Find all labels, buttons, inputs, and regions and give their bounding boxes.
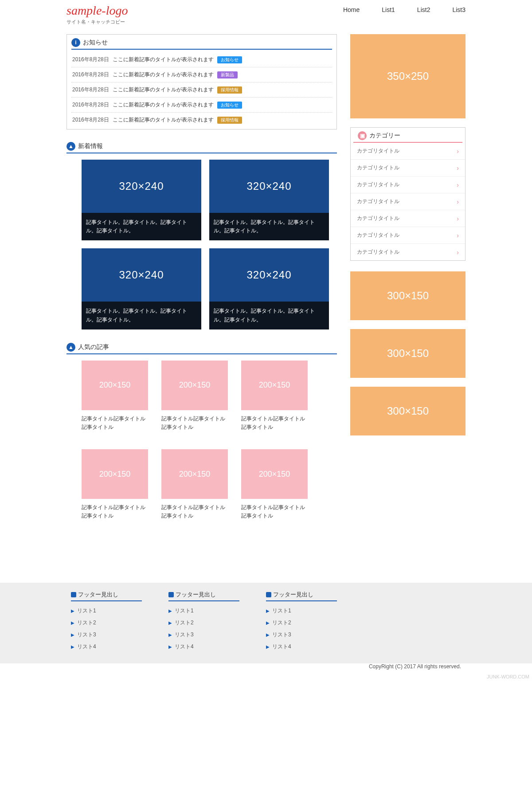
chevron-right-icon: ›: [457, 165, 459, 172]
bell-icon: ▲: [66, 142, 75, 151]
bullet-icon: ▶: [266, 644, 270, 649]
popular-card[interactable]: 200×150記事タイトル記事タイトル記事タイトル: [82, 361, 148, 436]
notice-date: 2016年8月28日: [72, 56, 109, 63]
category-label: カテゴリタイトル: [357, 231, 399, 239]
latest-title: 新着情報: [78, 142, 103, 150]
latest-thumb: 320×240: [209, 248, 329, 302]
category-item[interactable]: カテゴリタイトル›: [351, 193, 465, 210]
square-icon: [266, 592, 271, 597]
site-logo[interactable]: sample-logo: [66, 4, 128, 18]
notice-item[interactable]: 2016年8月28日ここに新着記事のタイトルが表示されますお知らせ: [71, 98, 332, 113]
footer-link[interactable]: ▶リスト2: [168, 617, 239, 629]
notice-item[interactable]: 2016年8月28日ここに新着記事のタイトルが表示されます採用情報: [71, 113, 332, 127]
notice-badge: お知らせ: [217, 56, 242, 63]
notice-item-title: ここに新着記事のタイトルが表示されます: [113, 116, 214, 124]
footer-link[interactable]: ▶リスト3: [168, 629, 239, 641]
footer-link[interactable]: ▶リスト4: [71, 641, 142, 653]
latest-section: ▲ 新着情報 320×240記事タイトル。記事タイトル。記事タイトル。記事タイト…: [66, 142, 337, 329]
footer-link[interactable]: ▶リスト1: [168, 605, 239, 617]
footer-link[interactable]: ▶リスト1: [71, 605, 142, 617]
notice-item-title: ここに新着記事のタイトルが表示されます: [113, 71, 214, 78]
square-icon: [71, 592, 76, 597]
nav-home[interactable]: Home: [343, 6, 360, 13]
popular-card[interactable]: 200×150記事タイトル記事タイトル記事タイトル: [82, 449, 148, 525]
bullet-icon: ▶: [266, 608, 270, 613]
footer-link[interactable]: ▶リスト4: [266, 641, 337, 653]
notice-badge: 採用情報: [217, 86, 242, 94]
notice-section: i お知らせ 2016年8月28日ここに新着記事のタイトルが表示されますお知らせ…: [66, 34, 337, 129]
latest-card[interactable]: 320×240記事タイトル。記事タイトル。記事タイトル。記事タイトル。: [209, 160, 329, 240]
category-item[interactable]: カテゴリタイトル›: [351, 143, 465, 160]
notice-title: お知らせ: [83, 39, 108, 47]
copyright: CopyRight (C) 2017 All rights reserved.: [66, 663, 466, 673]
category-item[interactable]: カテゴリタイトル›: [351, 160, 465, 176]
popular-title: 人気の記事: [78, 343, 109, 351]
side-banner-2[interactable]: 300×150: [350, 329, 466, 378]
popular-thumb: 200×150: [241, 449, 308, 499]
category-label: カテゴリタイトル: [357, 147, 399, 155]
notice-date: 2016年8月28日: [72, 116, 109, 124]
latest-card-title: 記事タイトル。記事タイトル。記事タイトル。記事タイトル。: [82, 213, 201, 240]
latest-thumb: 320×240: [82, 248, 201, 302]
nav-list2[interactable]: List2: [417, 6, 430, 13]
category-label: カテゴリタイトル: [357, 248, 399, 256]
watermark: JUNK-WORD.COM: [0, 673, 532, 680]
bullet-icon: ▶: [71, 632, 74, 637]
notice-item-title: ここに新着記事のタイトルが表示されます: [113, 86, 214, 94]
footer-link[interactable]: ▶リスト4: [168, 641, 239, 653]
latest-thumb: 320×240: [209, 160, 329, 213]
notice-item-title: ここに新着記事のタイトルが表示されます: [113, 56, 214, 63]
footer-link[interactable]: ▶リスト1: [266, 605, 337, 617]
notice-item[interactable]: 2016年8月28日ここに新着記事のタイトルが表示されますお知らせ: [71, 52, 332, 67]
popular-thumb: 200×150: [82, 361, 148, 410]
bullet-icon: ▶: [71, 608, 74, 613]
category-item[interactable]: カテゴリタイトル›: [351, 227, 465, 244]
main-nav: Home List1 List2 List3: [343, 4, 466, 13]
side-banner-3[interactable]: 300×150: [350, 387, 466, 435]
footer-heading: フッター見出し: [266, 591, 337, 601]
popular-card[interactable]: 200×150記事タイトル記事タイトル記事タイトル: [161, 449, 228, 525]
bullet-icon: ▶: [168, 608, 172, 613]
category-item[interactable]: カテゴリタイトル›: [351, 210, 465, 227]
folder-icon: ▣: [358, 131, 367, 140]
popular-thumb: 200×150: [161, 361, 228, 410]
latest-thumb: 320×240: [82, 160, 201, 213]
latest-card[interactable]: 320×240記事タイトル。記事タイトル。記事タイトル。記事タイトル。: [209, 248, 329, 329]
notice-item[interactable]: 2016年8月28日ここに新着記事のタイトルが表示されます新製品: [71, 67, 332, 82]
footer-heading: フッター見出し: [168, 591, 239, 601]
latest-card[interactable]: 320×240記事タイトル。記事タイトル。記事タイトル。記事タイトル。: [82, 160, 201, 240]
popular-card[interactable]: 200×150記事タイトル記事タイトル記事タイトル: [161, 361, 228, 436]
chevron-right-icon: ›: [457, 198, 459, 205]
popular-card[interactable]: 200×150記事タイトル記事タイトル記事タイトル: [241, 361, 308, 436]
footer-link[interactable]: ▶リスト3: [266, 629, 337, 641]
chevron-right-icon: ›: [457, 148, 459, 155]
info-icon: i: [71, 38, 80, 47]
footer-link[interactable]: ▶リスト2: [71, 617, 142, 629]
notice-item[interactable]: 2016年8月28日ここに新着記事のタイトルが表示されます採用情報: [71, 82, 332, 98]
latest-card-title: 記事タイトル。記事タイトル。記事タイトル。記事タイトル。: [209, 213, 329, 240]
bullet-icon: ▶: [266, 632, 270, 637]
bullet-icon: ▶: [168, 644, 172, 649]
side-banner-1[interactable]: 300×150: [350, 271, 466, 320]
nav-list1[interactable]: List1: [382, 6, 395, 13]
chevron-right-icon: ›: [457, 181, 459, 188]
footer-link[interactable]: ▶リスト3: [71, 629, 142, 641]
category-title: カテゴリー: [369, 132, 400, 140]
notice-badge: 新製品: [217, 71, 238, 78]
category-item[interactable]: カテゴリタイトル›: [351, 244, 465, 260]
side-banner-large[interactable]: 350×250: [350, 34, 466, 118]
latest-card[interactable]: 320×240記事タイトル。記事タイトル。記事タイトル。記事タイトル。: [82, 248, 201, 329]
popular-card-title: 記事タイトル記事タイトル記事タイトル: [161, 410, 228, 436]
square-icon: [168, 592, 174, 597]
category-item[interactable]: カテゴリタイトル›: [351, 176, 465, 193]
bullet-icon: ▶: [71, 620, 74, 625]
category-label: カテゴリタイトル: [357, 181, 399, 188]
popular-card[interactable]: 200×150記事タイトル記事タイトル記事タイトル: [241, 449, 308, 525]
notice-badge: 採用情報: [217, 117, 242, 124]
chevron-right-icon: ›: [457, 249, 459, 256]
category-label: カテゴリタイトル: [357, 198, 399, 205]
footer-link[interactable]: ▶リスト2: [266, 617, 337, 629]
latest-card-title: 記事タイトル。記事タイトル。記事タイトル。記事タイトル。: [82, 302, 201, 329]
notice-date: 2016年8月28日: [72, 101, 109, 109]
nav-list3[interactable]: List3: [452, 6, 466, 13]
